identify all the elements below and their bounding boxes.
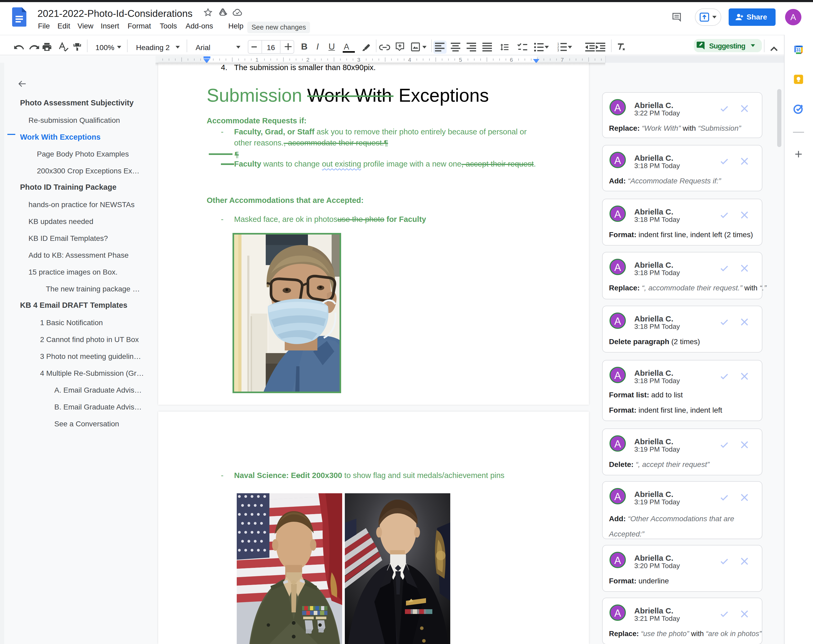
svg-text:31: 31 xyxy=(796,48,801,52)
svg-text:3: 3 xyxy=(557,49,559,52)
